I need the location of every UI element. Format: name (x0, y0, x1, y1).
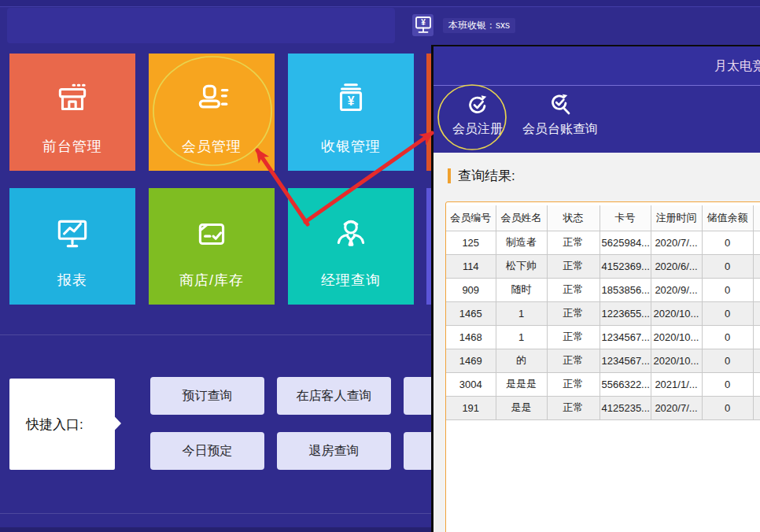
topbar-panel (7, 8, 395, 43)
quick-entry-label: 快捷入口: (9, 416, 83, 434)
search-check-icon (548, 93, 572, 116)
table-row[interactable]: 14681正常1234567...2020/10...0 (446, 325, 760, 349)
quick-entry-arrow-notch (105, 407, 121, 440)
table-cell: 是是是 (496, 372, 547, 396)
table-cell (753, 372, 760, 396)
tab-member-ledger-query[interactable]: 会员台账查询 (514, 93, 607, 138)
table-cell: 2020/10... (651, 325, 702, 349)
table-cell: 正常 (547, 372, 600, 396)
table-cell: 随时 (496, 278, 547, 301)
tab-label: 会员注册 (452, 122, 503, 135)
table-cell (753, 349, 760, 372)
storefront-icon (53, 79, 92, 119)
column-header: 注册时间 (651, 205, 702, 231)
tab-member-register[interactable]: 会员注册 (441, 93, 514, 138)
window-titlebar[interactable]: 月太电竞 (433, 46, 760, 85)
table-cell (753, 231, 760, 254)
table-cell: 114 (446, 254, 496, 278)
table-cell (753, 396, 760, 419)
app-root: ¥ 本班收银：sxs 前台管理 会员管理 ¥ 收银管理 (0, 0, 760, 532)
column-header: 状态 (547, 205, 600, 231)
table-cell (753, 325, 760, 349)
pos-terminal-icon: ¥ (412, 14, 433, 36)
table-cell: 4125235... (600, 396, 651, 419)
section-title-marker (448, 168, 451, 183)
tile-manager-query[interactable]: 经理查询 (288, 188, 414, 305)
refresh-check-icon (466, 93, 489, 116)
table-cell: 正常 (547, 325, 600, 349)
table-cell (753, 301, 760, 325)
tile-label: 经理查询 (288, 271, 414, 290)
manager-icon (330, 214, 371, 253)
table-cell: 909 (446, 278, 496, 301)
table-row[interactable]: 114松下帅正常4152369...2020/6/...0 (446, 254, 760, 278)
member-icon (191, 79, 232, 119)
column-header: 会员姓名 (496, 205, 547, 231)
tile-reports[interactable]: 报表 (9, 188, 135, 305)
table-cell: 191 (446, 396, 496, 419)
table-cell: 2020/7/... (651, 396, 702, 419)
tile-cashier-mgmt[interactable]: ¥ 收银管理 (288, 54, 414, 171)
table-cell: 2020/10... (651, 349, 702, 372)
table-cell: 0 (702, 325, 753, 349)
table-cell: 4152369... (600, 254, 651, 278)
table-cell (753, 278, 760, 301)
tile-label: 报表 (9, 271, 135, 290)
table-row[interactable]: 14651正常1223655...2020/10...0 (446, 301, 760, 325)
member-query-window: 月太电竞 会员注册 会员台账查询 (431, 45, 760, 532)
column-header: 储值余额 (702, 205, 753, 231)
table-cell: 正常 (547, 278, 600, 301)
table-cell: 1465 (446, 301, 496, 325)
btn-checkout-query[interactable]: 退房查询 (277, 432, 391, 470)
inventory-box-icon (192, 214, 231, 253)
cashier-label: 本班收银：sxs (443, 18, 515, 33)
result-table-container: 会员编号会员姓名状态卡号注册时间储值余额125制造者正常5625984...20… (445, 201, 760, 532)
quick-entry-label-box: 快捷入口: (9, 379, 115, 470)
tile-label: 商店/库存 (149, 271, 275, 290)
section-title-query-results: 查询结果: (448, 167, 515, 185)
table-cell: 125 (446, 231, 496, 254)
table-cell: 0 (702, 278, 753, 301)
table-cell: 5625984... (600, 231, 651, 254)
table-row[interactable]: 909随时正常1853856...2020/9/...0 (446, 278, 760, 301)
btn-inhouse-guest-query[interactable]: 在店客人查询 (277, 377, 391, 415)
table-cell: 1 (496, 325, 547, 349)
tile-member-mgmt[interactable]: 会员管理 (149, 54, 275, 171)
table-cell: 是是 (496, 396, 547, 419)
table-cell: 5566322... (600, 372, 651, 396)
table-cell: 正常 (547, 396, 600, 419)
table-cell: 2020/6/... (651, 254, 702, 278)
table-cell: 1468 (446, 325, 496, 349)
table-cell: 0 (702, 396, 753, 419)
column-header: 卡号 (600, 205, 651, 231)
table-row[interactable]: 125制造者正常5625984...2020/7/...0 (446, 231, 760, 254)
table-cell: 3004 (446, 372, 496, 396)
tile-label: 收银管理 (288, 137, 414, 156)
table-row[interactable]: 1469的正常1234567...2020/10...0 (446, 349, 760, 372)
table-cell: 2020/10... (651, 301, 702, 325)
cashbox-icon: ¥ (331, 79, 371, 119)
top-edge-strip (0, 0, 760, 7)
table-cell: 0 (702, 254, 753, 278)
table-row[interactable]: 191是是正常4125235...2020/7/...0 (446, 396, 760, 419)
window-title: 月太电竞 (714, 58, 760, 75)
table-cell: 0 (702, 349, 753, 372)
table-row[interactable]: 3004是是是正常5566322...2021/1/...0 (446, 372, 760, 396)
svg-text:¥: ¥ (348, 94, 355, 108)
tab-label: 会员台账查询 (522, 122, 598, 135)
btn-reservation-query[interactable]: 预订查询 (150, 377, 264, 415)
tile-front-desk-mgmt[interactable]: 前台管理 (9, 54, 135, 171)
table-cell: 2020/7/... (651, 231, 702, 254)
table-cell: 0 (702, 372, 753, 396)
tile-label: 会员管理 (149, 137, 275, 156)
report-board-icon (53, 214, 92, 253)
tile-store-inventory[interactable]: 商店/库存 (149, 188, 275, 305)
member-result-table: 会员编号会员姓名状态卡号注册时间储值余额125制造者正常5625984...20… (446, 205, 760, 420)
column-header (753, 205, 760, 231)
table-cell: 1234567... (600, 325, 651, 349)
table-cell: 正常 (547, 254, 600, 278)
btn-today-reservation[interactable]: 今日预定 (150, 432, 264, 470)
table-cell: 0 (702, 231, 753, 254)
table-cell: 的 (496, 349, 547, 372)
table-cell: 正常 (547, 231, 600, 254)
